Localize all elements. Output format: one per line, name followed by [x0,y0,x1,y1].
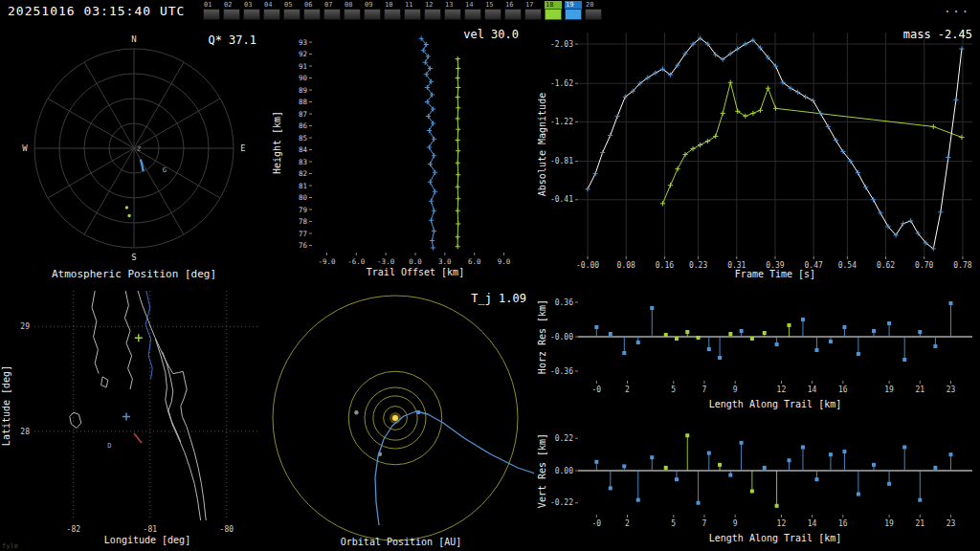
atmospheric-position-plot[interactable]: NESWZQ* 37.1GAtmospheric Position [deg] [0,23,268,283]
frame-thumbnail[interactable]: 07 [323,1,341,20]
frame-number: 03 [243,1,260,9]
coastline [124,291,132,389]
frame-image[interactable] [464,9,481,20]
svg-text:23: 23 [947,519,956,528]
frame-image[interactable] [444,9,461,20]
frame-number: 09 [364,1,381,9]
frame-thumbnail[interactable]: 15 [484,1,501,20]
frame-number: 17 [524,1,542,9]
ground-track-map[interactable]: -82-81-802928DLongitude [deg]Latitude [d… [0,283,268,551]
residual-point [750,489,754,493]
frame-thumbnail[interactable]: 02 [223,1,240,20]
svg-text:W: W [22,143,28,153]
svg-text:7: 7 [702,386,707,394]
frame-thumbnail[interactable]: 13 [444,1,461,20]
station-1-trail [421,38,434,248]
residual-point [775,504,779,508]
svg-text:0.70: 0.70 [915,261,933,270]
frame-image[interactable] [344,9,361,20]
frame-thumbnail[interactable]: 11 [404,1,421,20]
frame-thumbnail[interactable]: 08 [344,1,361,20]
svg-text:Length Along Trail [km]: Length Along Trail [km] [709,533,841,543]
residual-point [857,352,860,356]
svg-text:81: 81 [299,182,307,190]
svg-text:9.0: 9.0 [498,257,511,266]
svg-text:-2.03: -2.03 [550,40,573,49]
frame-image[interactable] [364,9,381,20]
frame-image[interactable] [303,9,321,20]
residual-point [707,452,711,455]
frame-image[interactable] [585,9,602,20]
frame-image[interactable] [565,9,582,20]
frame-image[interactable] [323,9,341,20]
residual-point [740,329,744,333]
frame-thumbnail[interactable]: 19 [565,1,582,20]
residual-point [707,347,711,351]
frame-thumbnail[interactable]: 18 [545,1,562,20]
frame-thumbnail[interactable]: 03 [243,1,260,20]
horizontal-residuals-plot[interactable]: -025791214161921230.36-0.00-0.36Length A… [534,283,980,417]
magnitude-panel: -0.000.080.160.230.310.390.470.540.620.7… [534,23,980,283]
frame-image[interactable] [243,9,260,20]
svg-text:78: 78 [299,217,308,226]
lightcurve-station-1 [588,38,962,249]
svg-text:93: 93 [299,38,307,47]
coastline [138,291,206,520]
residual-point [664,333,668,337]
coastline [101,377,108,387]
svg-text:0.08: 0.08 [617,261,635,270]
residual-point [814,348,818,352]
frame-image[interactable] [203,9,220,20]
frame-image[interactable] [484,9,501,20]
residual-point [650,455,654,459]
frame-thumbnail[interactable]: 14 [464,1,481,20]
svg-text:S: S [131,253,136,262]
frame-strip[interactable]: 0102030405060708091011121314151617181920 [203,1,605,20]
frame-image[interactable] [504,9,522,20]
residual-point [750,337,754,341]
residual-point [636,341,640,344]
overflow-menu-icon[interactable]: ... [944,2,970,15]
svg-text:90: 90 [299,74,308,82]
lightcurve-plot[interactable]: -0.000.080.160.230.310.390.470.540.620.7… [534,23,980,283]
residual-point [933,466,937,470]
svg-text:Horz Res [km]: Horz Res [km] [537,299,547,374]
atmospheric-position-panel: NESWZQ* 37.1GAtmospheric Position [deg] [0,23,268,283]
svg-text:83: 83 [299,158,307,166]
residual-point [787,458,791,462]
frame-image[interactable] [404,9,421,20]
orbital-position-plot[interactable]: T_j 1.09Orbital Position [AU] [268,283,534,551]
svg-text:12: 12 [777,519,787,528]
svg-text:19: 19 [884,519,894,528]
svg-text:0.0: 0.0 [409,257,422,266]
frame-image[interactable] [424,9,441,20]
frame-thumbnail[interactable]: 01 [203,1,220,20]
svg-text:23: 23 [947,386,956,394]
svg-text:G: G [163,166,167,174]
vertical-residuals-plot[interactable]: -025791214161921230.220.00-0.22Length Al… [534,417,980,551]
frame-image[interactable] [545,9,562,20]
frame-image[interactable] [263,9,280,20]
frame-thumbnail[interactable]: 20 [585,1,602,20]
svg-text:-1.22: -1.22 [550,118,573,126]
frame-image[interactable] [283,9,301,20]
frame-thumbnail[interactable]: 10 [384,1,401,20]
svg-text:79: 79 [299,206,307,214]
svg-text:N: N [131,34,136,44]
trail-offset-plot[interactable]: -9.0-6.0-3.00.03.06.09.07677787980818283… [268,23,534,283]
frame-thumbnail[interactable]: 16 [504,1,522,20]
frame-image[interactable] [223,9,240,20]
frame-image[interactable] [384,9,401,20]
frame-thumbnail[interactable]: 05 [283,1,301,20]
frame-thumbnail[interactable]: 12 [424,1,441,20]
frame-number: 16 [504,1,522,9]
svg-text:mass -2.45: mass -2.45 [903,28,972,41]
frame-image[interactable] [524,9,542,20]
frame-thumbnail[interactable]: 04 [263,1,280,20]
frame-thumbnail[interactable]: 09 [364,1,381,20]
frame-thumbnail[interactable]: 17 [524,1,542,20]
residual-point [664,466,668,470]
frame-thumbnail[interactable]: 06 [303,1,321,20]
svg-text:85: 85 [299,134,307,143]
vertical-residuals-panel: -025791214161921230.220.00-0.22Length Al… [534,417,980,551]
